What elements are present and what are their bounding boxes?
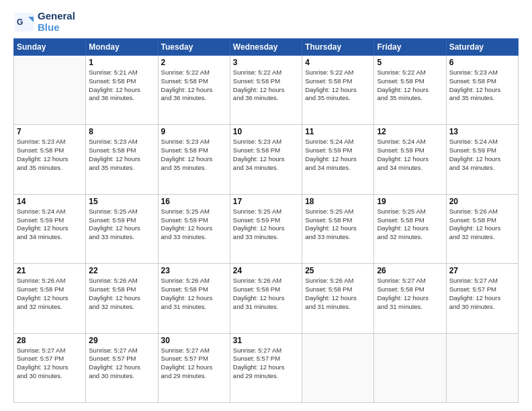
day-info: Sunrise: 5:24 AM Sunset: 5:59 PM Dayligh… bbox=[305, 138, 371, 172]
calendar-cell: 25Sunrise: 5:26 AM Sunset: 5:58 PM Dayli… bbox=[302, 264, 374, 333]
day-info: Sunrise: 5:23 AM Sunset: 5:58 PM Dayligh… bbox=[17, 138, 83, 172]
day-info: Sunrise: 5:26 AM Sunset: 5:58 PM Dayligh… bbox=[89, 277, 154, 311]
day-number: 14 bbox=[17, 197, 83, 206]
column-header-thursday: Thursday bbox=[302, 39, 374, 56]
logo-blue: Blue bbox=[38, 22, 75, 34]
calendar-cell bbox=[446, 333, 518, 402]
calendar-cell bbox=[14, 56, 86, 125]
day-info: Sunrise: 5:24 AM Sunset: 5:59 PM Dayligh… bbox=[377, 138, 443, 172]
day-number: 28 bbox=[17, 336, 83, 345]
day-number: 27 bbox=[449, 266, 515, 275]
day-number: 20 bbox=[449, 197, 515, 206]
calendar-cell: 2Sunrise: 5:22 AM Sunset: 5:58 PM Daylig… bbox=[158, 56, 230, 125]
calendar-cell: 6Sunrise: 5:23 AM Sunset: 5:58 PM Daylig… bbox=[446, 56, 518, 125]
day-info: Sunrise: 5:24 AM Sunset: 5:59 PM Dayligh… bbox=[449, 138, 515, 172]
day-info: Sunrise: 5:21 AM Sunset: 5:58 PM Dayligh… bbox=[89, 68, 154, 103]
day-info: Sunrise: 5:27 AM Sunset: 5:57 PM Dayligh… bbox=[89, 347, 154, 381]
day-number: 11 bbox=[305, 127, 371, 136]
calendar-cell: 3Sunrise: 5:22 AM Sunset: 5:58 PM Daylig… bbox=[230, 56, 302, 125]
day-number: 24 bbox=[233, 266, 299, 275]
calendar-cell: 18Sunrise: 5:25 AM Sunset: 5:58 PM Dayli… bbox=[302, 194, 374, 263]
day-info: Sunrise: 5:25 AM Sunset: 5:59 PM Dayligh… bbox=[161, 208, 227, 242]
day-number: 9 bbox=[161, 127, 227, 136]
day-info: Sunrise: 5:25 AM Sunset: 5:59 PM Dayligh… bbox=[233, 208, 299, 242]
day-info: Sunrise: 5:26 AM Sunset: 5:58 PM Dayligh… bbox=[305, 277, 371, 311]
day-number: 30 bbox=[161, 336, 227, 345]
day-number: 7 bbox=[17, 127, 83, 136]
day-info: Sunrise: 5:22 AM Sunset: 5:58 PM Dayligh… bbox=[305, 68, 371, 103]
day-info: Sunrise: 5:26 AM Sunset: 5:58 PM Dayligh… bbox=[161, 277, 227, 311]
calendar-cell: 24Sunrise: 5:26 AM Sunset: 5:58 PM Dayli… bbox=[230, 264, 302, 333]
calendar-week-3: 14Sunrise: 5:24 AM Sunset: 5:59 PM Dayli… bbox=[14, 194, 519, 263]
day-info: Sunrise: 5:23 AM Sunset: 5:58 PM Dayligh… bbox=[233, 138, 299, 172]
header: G General Blue bbox=[13, 11, 519, 33]
calendar-week-2: 7Sunrise: 5:23 AM Sunset: 5:58 PM Daylig… bbox=[14, 125, 519, 194]
day-number: 26 bbox=[377, 266, 443, 275]
calendar-cell: 5Sunrise: 5:22 AM Sunset: 5:58 PM Daylig… bbox=[374, 56, 446, 125]
calendar-cell: 27Sunrise: 5:27 AM Sunset: 5:57 PM Dayli… bbox=[446, 264, 518, 333]
calendar-week-5: 28Sunrise: 5:27 AM Sunset: 5:57 PM Dayli… bbox=[14, 333, 519, 402]
logo: G General Blue bbox=[13, 11, 75, 33]
day-number: 8 bbox=[89, 127, 154, 136]
day-number: 3 bbox=[233, 58, 299, 67]
day-info: Sunrise: 5:23 AM Sunset: 5:58 PM Dayligh… bbox=[161, 138, 227, 172]
day-number: 2 bbox=[161, 58, 227, 67]
calendar-cell: 14Sunrise: 5:24 AM Sunset: 5:59 PM Dayli… bbox=[14, 194, 86, 263]
day-number: 1 bbox=[89, 58, 154, 67]
day-info: Sunrise: 5:26 AM Sunset: 5:58 PM Dayligh… bbox=[449, 208, 515, 242]
day-info: Sunrise: 5:25 AM Sunset: 5:58 PM Dayligh… bbox=[305, 208, 371, 242]
calendar-cell: 23Sunrise: 5:26 AM Sunset: 5:58 PM Dayli… bbox=[158, 264, 230, 333]
column-header-tuesday: Tuesday bbox=[158, 39, 230, 56]
calendar-cell: 31Sunrise: 5:27 AM Sunset: 5:57 PM Dayli… bbox=[230, 333, 302, 402]
day-number: 31 bbox=[233, 336, 299, 345]
day-info: Sunrise: 5:27 AM Sunset: 5:57 PM Dayligh… bbox=[161, 347, 227, 381]
calendar-cell: 4Sunrise: 5:22 AM Sunset: 5:58 PM Daylig… bbox=[302, 56, 374, 125]
day-number: 6 bbox=[449, 58, 515, 67]
calendar-cell: 13Sunrise: 5:24 AM Sunset: 5:59 PM Dayli… bbox=[446, 125, 518, 194]
logo-general: General bbox=[38, 11, 75, 22]
day-number: 4 bbox=[305, 58, 371, 67]
day-number: 16 bbox=[161, 197, 227, 206]
calendar-cell: 9Sunrise: 5:23 AM Sunset: 5:58 PM Daylig… bbox=[158, 125, 230, 194]
day-info: Sunrise: 5:22 AM Sunset: 5:58 PM Dayligh… bbox=[161, 68, 227, 103]
day-number: 5 bbox=[377, 58, 443, 67]
calendar-cell: 17Sunrise: 5:25 AM Sunset: 5:59 PM Dayli… bbox=[230, 194, 302, 263]
day-info: Sunrise: 5:27 AM Sunset: 5:58 PM Dayligh… bbox=[377, 277, 443, 311]
calendar-cell: 21Sunrise: 5:26 AM Sunset: 5:58 PM Dayli… bbox=[14, 264, 86, 333]
column-header-sunday: Sunday bbox=[14, 39, 86, 56]
calendar-cell: 15Sunrise: 5:25 AM Sunset: 5:59 PM Dayli… bbox=[86, 194, 158, 263]
calendar-cell: 10Sunrise: 5:23 AM Sunset: 5:58 PM Dayli… bbox=[230, 125, 302, 194]
column-header-monday: Monday bbox=[86, 39, 158, 56]
calendar-cell: 26Sunrise: 5:27 AM Sunset: 5:58 PM Dayli… bbox=[374, 264, 446, 333]
calendar-cell: 7Sunrise: 5:23 AM Sunset: 5:58 PM Daylig… bbox=[14, 125, 86, 194]
day-info: Sunrise: 5:24 AM Sunset: 5:59 PM Dayligh… bbox=[17, 208, 83, 242]
day-info: Sunrise: 5:25 AM Sunset: 5:59 PM Dayligh… bbox=[89, 208, 154, 242]
day-number: 29 bbox=[89, 336, 154, 345]
calendar-cell: 12Sunrise: 5:24 AM Sunset: 5:59 PM Dayli… bbox=[374, 125, 446, 194]
day-number: 23 bbox=[161, 266, 227, 275]
calendar-cell: 1Sunrise: 5:21 AM Sunset: 5:58 PM Daylig… bbox=[86, 56, 158, 125]
calendar-cell: 8Sunrise: 5:23 AM Sunset: 5:58 PM Daylig… bbox=[86, 125, 158, 194]
day-info: Sunrise: 5:27 AM Sunset: 5:57 PM Dayligh… bbox=[233, 347, 299, 381]
day-number: 10 bbox=[233, 127, 299, 136]
calendar-cell: 16Sunrise: 5:25 AM Sunset: 5:59 PM Dayli… bbox=[158, 194, 230, 263]
calendar-cell: 11Sunrise: 5:24 AM Sunset: 5:59 PM Dayli… bbox=[302, 125, 374, 194]
day-info: Sunrise: 5:27 AM Sunset: 5:57 PM Dayligh… bbox=[449, 277, 515, 311]
calendar-cell: 29Sunrise: 5:27 AM Sunset: 5:57 PM Dayli… bbox=[86, 333, 158, 402]
day-number: 18 bbox=[305, 197, 371, 206]
calendar-cell bbox=[302, 333, 374, 402]
calendar-cell: 22Sunrise: 5:26 AM Sunset: 5:58 PM Dayli… bbox=[86, 264, 158, 333]
calendar-week-4: 21Sunrise: 5:26 AM Sunset: 5:58 PM Dayli… bbox=[14, 264, 519, 333]
day-number: 25 bbox=[305, 266, 371, 275]
column-header-wednesday: Wednesday bbox=[230, 39, 302, 56]
svg-text:G: G bbox=[17, 17, 23, 27]
calendar-week-1: 1Sunrise: 5:21 AM Sunset: 5:58 PM Daylig… bbox=[14, 56, 519, 125]
page: G General Blue SundayMondayTuesdayWednes… bbox=[0, 0, 532, 411]
day-number: 21 bbox=[17, 266, 83, 275]
day-info: Sunrise: 5:26 AM Sunset: 5:58 PM Dayligh… bbox=[233, 277, 299, 311]
day-info: Sunrise: 5:22 AM Sunset: 5:58 PM Dayligh… bbox=[233, 68, 299, 103]
day-info: Sunrise: 5:25 AM Sunset: 5:58 PM Dayligh… bbox=[377, 208, 443, 242]
day-info: Sunrise: 5:26 AM Sunset: 5:58 PM Dayligh… bbox=[17, 277, 83, 311]
day-number: 17 bbox=[233, 197, 299, 206]
calendar-cell: 20Sunrise: 5:26 AM Sunset: 5:58 PM Dayli… bbox=[446, 194, 518, 263]
